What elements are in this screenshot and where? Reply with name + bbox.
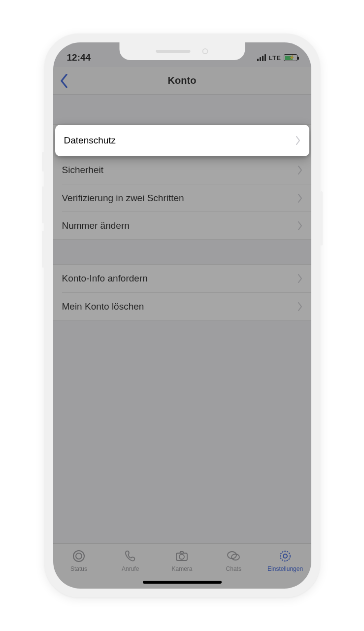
- svg-point-0: [73, 551, 84, 561]
- row-change-number[interactable]: Nummer ändern: [62, 211, 311, 239]
- row-delete-account[interactable]: Mein Konto löschen: [62, 292, 311, 320]
- svg-point-6: [280, 551, 290, 561]
- chats-icon: [226, 549, 241, 563]
- row-security[interactable]: Sicherheit: [53, 156, 311, 184]
- row-label: Mein Konto löschen: [62, 301, 144, 312]
- notch: [119, 42, 245, 60]
- chevron-right-icon: [298, 302, 302, 311]
- speaker: [156, 50, 191, 53]
- chevron-right-icon: [296, 136, 300, 145]
- phone-icon: [123, 549, 138, 563]
- tab-settings[interactable]: Einstellungen: [260, 544, 311, 589]
- row-label: Verifizierung in zwei Schritten: [62, 193, 184, 204]
- signal-icon: [257, 54, 266, 61]
- side-button: [42, 152, 44, 172]
- tab-label: Einstellungen: [267, 565, 303, 572]
- chevron-left-icon: [60, 74, 68, 88]
- battery-icon: ⚡: [284, 54, 298, 61]
- tab-label: Anrufe: [122, 565, 139, 572]
- row-label: Konto-Info anfordern: [62, 273, 148, 284]
- side-button: [42, 186, 44, 223]
- chevron-right-icon: [298, 221, 302, 230]
- row-request-account-info[interactable]: Konto-Info anfordern: [53, 265, 311, 292]
- row-label: Datenschutz: [64, 135, 116, 146]
- row-label: Sicherheit: [62, 165, 104, 175]
- page-title: Konto: [168, 75, 197, 86]
- row-two-step-verification[interactable]: Verifizierung in zwei Schritten: [62, 184, 311, 211]
- tab-status[interactable]: Status: [53, 544, 105, 589]
- tab-label: Status: [70, 565, 87, 572]
- tab-label: Chats: [226, 565, 241, 572]
- screen: 12:44 LTE ⚡ Konto Datenschutz Sich: [53, 42, 311, 589]
- svg-point-3: [179, 555, 184, 560]
- row-privacy[interactable]: Datenschutz: [55, 125, 309, 156]
- svg-point-7: [283, 554, 287, 558]
- settings-group: Konto-Info anfordern Mein Konto löschen: [53, 264, 311, 320]
- chevron-right-icon: [298, 166, 302, 175]
- camera-icon: [174, 549, 189, 563]
- gear-icon: [278, 549, 293, 563]
- home-indicator[interactable]: [143, 581, 222, 584]
- network-label: LTE: [268, 54, 281, 62]
- tab-label: Kamera: [171, 565, 192, 572]
- chevron-right-icon: [298, 274, 302, 283]
- chevron-right-icon: [298, 194, 302, 203]
- front-camera: [202, 48, 208, 54]
- side-button: [320, 191, 323, 245]
- settings-group: Datenschutz Sicherheit Verifizierung in …: [53, 124, 311, 240]
- side-button: [42, 231, 44, 268]
- back-button[interactable]: [60, 74, 68, 88]
- phone-frame: 12:44 LTE ⚡ Konto Datenschutz Sich: [44, 34, 320, 597]
- svg-point-1: [76, 553, 82, 559]
- nav-header: Konto: [53, 67, 311, 95]
- status-time: 12:44: [67, 52, 91, 63]
- settings-content: Datenschutz Sicherheit Verifizierung in …: [53, 95, 311, 589]
- status-icon: [71, 549, 86, 563]
- row-label: Nummer ändern: [62, 220, 130, 231]
